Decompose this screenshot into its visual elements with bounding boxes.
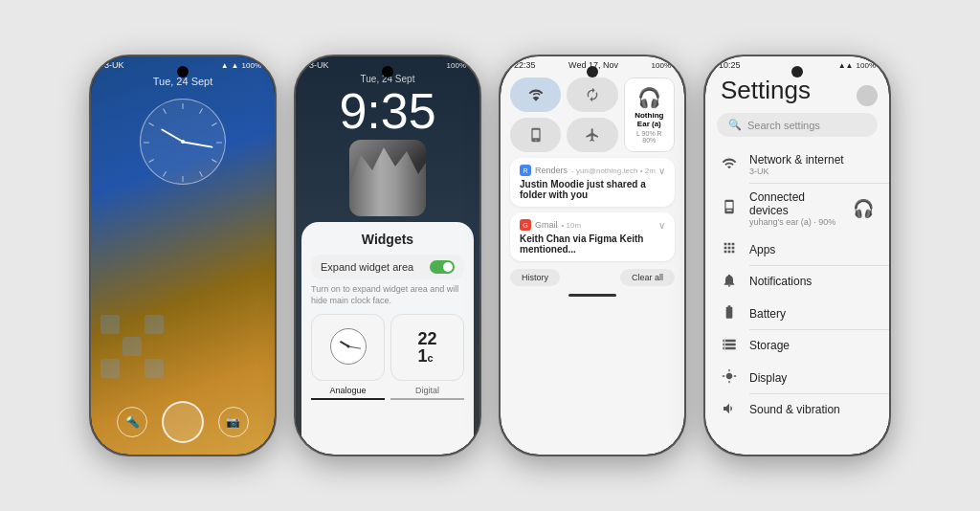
phones-container: 3-UK ▲ ▲ 100% Tue, 24 Sept — [70, 35, 910, 476]
settings-item-storage[interactable]: Storage — [705, 330, 889, 362]
carrier-1: 3-UK — [104, 60, 124, 70]
expand-toggle[interactable] — [430, 260, 455, 274]
apps-text: Apps — [749, 243, 874, 256]
renders-time: - yuri@nothing.tech • 2m — [571, 167, 656, 175]
phone-lockscreen: 3-UK ▲ ▲ 100% Tue, 24 Sept — [89, 55, 277, 456]
phone-widgets: 3-UK 100% Tue, 24 Sept 9:35 Widgets Expa… — [294, 55, 481, 456]
notifications-list: R Renders - yuri@nothing.tech • 2m ∨ Jus… — [501, 158, 684, 261]
flashlight-icon: 🔦 — [125, 415, 140, 429]
renders-title: Justin Moodie just shared a folder with … — [520, 179, 665, 200]
gmail-expand-icon[interactable]: ∨ — [658, 220, 665, 231]
battery-text: Battery — [749, 307, 874, 321]
digital-label[interactable]: Digital — [390, 386, 464, 400]
signal-icon-1: ▲ — [221, 61, 229, 70]
widget-toggle-row[interactable]: Expand widget area — [311, 255, 464, 279]
photo-widget — [349, 140, 426, 216]
punch-hole-1 — [177, 66, 189, 78]
settings-avatar[interactable] — [857, 85, 878, 106]
home-button[interactable] — [162, 401, 204, 443]
punch-hole-3 — [587, 66, 598, 78]
sound-text: Sound & vibration — [749, 403, 874, 416]
display-label: Display — [749, 371, 874, 385]
airplane-tile[interactable] — [567, 118, 617, 152]
settings-item-network[interactable]: Network & internet 3-UK — [705, 146, 889, 183]
notification-actions: History Clear all — [501, 269, 684, 286]
widget-desc: Turn on to expand widget area and will h… — [311, 284, 464, 306]
status-icons-2: 100% — [447, 61, 466, 70]
settings-item-apps[interactable]: Apps — [705, 233, 889, 265]
network-text: Network & internet 3-UK — [749, 153, 874, 176]
apps-icon — [721, 240, 738, 258]
battery-icon-1: 100% — [242, 61, 261, 70]
settings-item-connected[interactable]: Connected devices yuhang's ear (a) · 90%… — [705, 184, 889, 233]
battery-4: 100% — [857, 61, 876, 70]
notif-label: Notifications — [749, 275, 874, 288]
earbuds-extra-icon: 🎧 — [853, 198, 874, 219]
gmail-app-icon: G — [520, 219, 531, 231]
apps-label: Apps — [749, 243, 874, 256]
settings-item-battery[interactable]: Battery — [705, 298, 889, 329]
widget-label-bar: Analogue Digital — [311, 386, 464, 400]
widgets-panel: Widgets Expand widget area Turn on to ex… — [301, 222, 474, 455]
sound-icon — [721, 401, 738, 419]
status-icons-3: 100% — [652, 61, 671, 70]
display-icon — [721, 368, 738, 387]
clock-face — [140, 99, 226, 185]
battery-2: 100% — [447, 61, 466, 70]
settings-item-display[interactable]: Display — [705, 362, 889, 393]
center-dot — [181, 140, 185, 144]
notification-renders[interactable]: R Renders - yuri@nothing.tech • 2m ∨ Jus… — [510, 158, 675, 207]
wifi-tile[interactable] — [510, 78, 561, 112]
connected-label: Connected devices — [749, 190, 841, 217]
digital-clock-widget[interactable]: 221c — [390, 314, 464, 381]
carrier-2: 3-UK — [309, 60, 329, 70]
notif-text: Notifications — [749, 275, 874, 288]
storage-label: Storage — [749, 339, 874, 352]
renders-expand-icon[interactable]: ∨ — [658, 166, 665, 176]
gmail-title: Keith Chan via Figma Keith mentioned... — [520, 233, 665, 255]
blue-squares — [100, 315, 164, 378]
status-icons-4: ▲▲ 100% — [838, 61, 876, 70]
flashlight-button[interactable]: 🔦 — [117, 407, 147, 437]
settings-list: Network & internet 3-UK Connected device… — [705, 146, 889, 426]
toggle-label: Expand widget area — [321, 261, 413, 273]
home-bar-3 — [568, 294, 616, 297]
connected-sub: yuhang's ear (a) · 90% — [749, 217, 841, 227]
gmail-app-name: Gmail — [535, 220, 558, 230]
battery-3: 100% — [652, 61, 671, 70]
rotate-tile[interactable] — [567, 78, 617, 112]
analog-clock-widget[interactable] — [311, 314, 385, 381]
earbuds-battery: L 90% R 80% — [631, 130, 668, 144]
network-icon — [721, 156, 738, 174]
signal-4: ▲▲ — [838, 61, 854, 70]
time-3: 22:35 — [514, 60, 536, 70]
gmail-time: • 10m — [562, 221, 582, 230]
camera-icon: 📷 — [226, 415, 240, 429]
display-text: Display — [749, 371, 874, 385]
camera-button[interactable]: 📷 — [218, 407, 249, 437]
earbuds-card: 🎧 Nothing Ear (a) L 90% R 80% — [624, 78, 675, 152]
time-4: 10:25 — [719, 60, 741, 70]
quick-tiles: 🎧 Nothing Ear (a) L 90% R 80% — [501, 72, 684, 158]
analogue-label[interactable]: Analogue — [311, 386, 385, 400]
widget-previews: 221c — [311, 314, 464, 381]
history-button[interactable]: History — [510, 269, 560, 286]
phone-settings: 10:25 ▲▲ 100% Settings 🔍 Search settings — [703, 55, 891, 456]
settings-item-notifications[interactable]: Notifications — [705, 266, 889, 298]
search-icon: 🔍 — [728, 119, 742, 131]
screenshot-tile[interactable] — [510, 118, 561, 152]
lock-bottom-bar: 🔦 📷 — [91, 401, 275, 443]
settings-search-bar[interactable]: 🔍 Search settings — [717, 113, 878, 137]
digital-clock-display: 221c — [417, 330, 436, 365]
battery-icon — [721, 304, 738, 322]
settings-item-sound[interactable]: Sound & vibration — [705, 394, 889, 426]
lock-time-2: 9:35 — [296, 86, 479, 136]
earbuds-icon: 🎧 — [637, 86, 661, 109]
clear-all-button[interactable]: Clear all — [620, 269, 675, 286]
search-placeholder: Search settings — [747, 120, 820, 131]
punch-hole-2 — [382, 66, 393, 78]
network-label: Network & internet — [749, 153, 874, 167]
notification-gmail[interactable]: G Gmail • 10m ∨ Keith Chan via Figma Kei… — [510, 212, 675, 261]
network-sub: 3-UK — [749, 167, 874, 176]
sound-label: Sound & vibration — [749, 403, 874, 416]
